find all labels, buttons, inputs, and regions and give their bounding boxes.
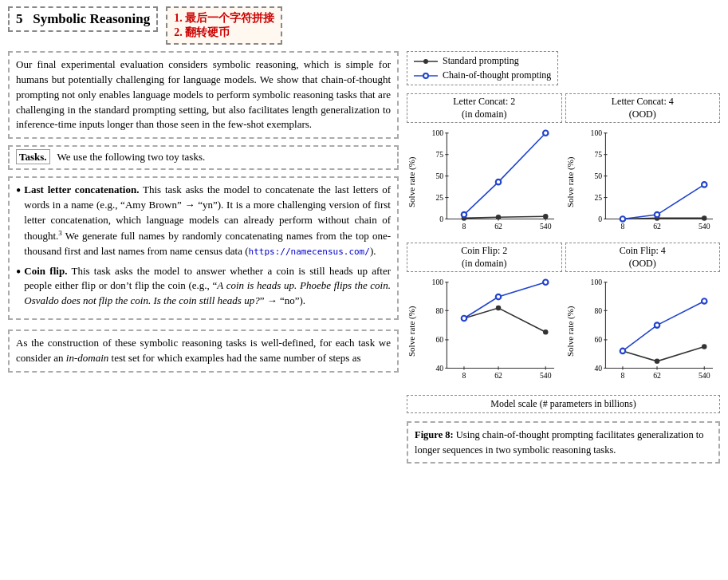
svg-text:62: 62 xyxy=(653,223,661,231)
legend-standard: Standard prompting xyxy=(414,55,551,67)
svg-point-1 xyxy=(423,59,428,64)
svg-text:540: 540 xyxy=(698,372,710,381)
svg-text:540: 540 xyxy=(698,223,710,231)
svg-text:60: 60 xyxy=(435,336,443,345)
svg-text:40: 40 xyxy=(594,364,602,373)
y-axis-label-lc2: Solve rate (%) xyxy=(407,124,416,239)
bullet-list: • Last letter concatenation. This task a… xyxy=(8,176,399,320)
svg-text:40: 40 xyxy=(435,364,443,373)
chart-lc2-title: Letter Concat: 2 xyxy=(453,96,515,107)
svg-point-26 xyxy=(496,180,501,184)
bullet-text-2: Coin flip. This task asks the model to a… xyxy=(24,264,391,310)
bullet-item-1: • Last letter concatenation. This task a… xyxy=(16,183,391,259)
task-item-2: 2. 翻转硬币 xyxy=(174,26,274,40)
svg-text:25: 25 xyxy=(594,193,602,202)
bullet-item-2: • Coin flip. This task asks the model to… xyxy=(16,264,391,310)
svg-text:100: 100 xyxy=(432,278,444,286)
chart-lc2-subtitle: (in domain) xyxy=(462,109,506,120)
chart-coin-flip-4: Coin Flip: 4 (OOD) Solve rate (%) 40 60 … xyxy=(565,243,721,389)
chart-coin-flip-2: Coin Flip: 2 (in domain) Solve rate (%) … xyxy=(407,243,562,389)
chart-lc4-title: Letter Concat: 4 xyxy=(612,96,674,107)
bullet-dot-1: • xyxy=(16,183,21,259)
chart-svg-lc2: 0 25 50 75 100 8 xyxy=(418,124,562,236)
bullet1-link[interactable]: https://namecensus.com/ xyxy=(249,247,370,257)
svg-text:0: 0 xyxy=(439,215,443,223)
legend-cot-label: Chain-of-thought prompting xyxy=(443,69,551,81)
svg-point-91 xyxy=(654,359,659,364)
svg-wrapper-cf2: 40 60 80 100 8 62 540 xyxy=(418,274,562,389)
legend-cot: Chain-of-thought prompting xyxy=(414,69,551,81)
svg-point-48 xyxy=(702,215,706,220)
page-container: 5 Symbolic Reasoning 1. 最后一个字符拼接 2. 翻转硬币… xyxy=(0,0,728,470)
svg-text:80: 80 xyxy=(435,306,443,315)
svg-text:8: 8 xyxy=(462,223,466,231)
header-row: 5 Symbolic Reasoning 1. 最后一个字符拼接 2. 翻转硬币 xyxy=(8,6,720,45)
tasks-text: We use the following two toy tasks. xyxy=(57,151,206,163)
svg-point-50 xyxy=(654,212,659,217)
chart-area-lc2: Solve rate (%) 0 25 50 75 xyxy=(407,124,562,239)
figure-caption-text: Using chain-of-thought prompting facilit… xyxy=(415,429,704,455)
left-column: Our final experimental evaluation consid… xyxy=(8,51,399,464)
svg-wrapper-lc2: 0 25 50 75 100 8 xyxy=(418,124,562,239)
chart-title-cf2: Coin Flip: 2 (in domain) xyxy=(407,243,562,272)
chart-area-cf2: Solve rate (%) 40 60 80 100 xyxy=(407,274,562,389)
chart-title-cf4: Coin Flip: 4 (OOD) xyxy=(565,243,721,272)
chart-svg-cf2: 40 60 80 100 8 62 540 xyxy=(418,274,562,385)
svg-point-92 xyxy=(702,345,706,349)
section-heading: Symbolic Reasoning xyxy=(33,11,150,26)
svg-point-51 xyxy=(702,182,706,187)
svg-point-25 xyxy=(462,212,466,217)
svg-text:8: 8 xyxy=(620,372,624,381)
svg-point-72 xyxy=(496,294,501,299)
model-scale-label: Model scale (# parameters in billions) xyxy=(407,395,720,413)
svg-text:60: 60 xyxy=(594,336,602,345)
tasks-intro-block: Tasks. We use the following two toy task… xyxy=(8,145,399,170)
svg-point-71 xyxy=(462,316,466,321)
svg-text:50: 50 xyxy=(594,172,602,180)
intro-paragraph: Our final experimental evaluation consid… xyxy=(8,51,399,139)
bottom-italic: in-domain xyxy=(66,352,108,364)
svg-text:62: 62 xyxy=(653,372,661,381)
svg-point-3 xyxy=(423,73,428,78)
section-title: 5 Symbolic Reasoning xyxy=(8,6,158,32)
svg-text:75: 75 xyxy=(594,150,602,159)
svg-point-24 xyxy=(543,214,548,219)
svg-point-49 xyxy=(620,216,624,221)
chart-cf2-subtitle: (in domain) xyxy=(462,258,506,269)
svg-text:8: 8 xyxy=(462,372,466,381)
bullet1-title: Last letter concatenation. xyxy=(24,183,139,195)
chart-letter-concat-4: Letter Concat: 4 (OOD) Solve rate (%) 0 … xyxy=(565,93,721,239)
svg-text:540: 540 xyxy=(540,223,552,231)
svg-text:80: 80 xyxy=(594,306,602,315)
svg-text:100: 100 xyxy=(432,128,444,137)
bullet-text-1: Last letter concatenation. This task ask… xyxy=(24,183,391,259)
chart-cf2-title: Coin Flip: 2 xyxy=(461,245,507,256)
y-axis-label-lc4: Solve rate (%) xyxy=(565,124,575,239)
figure-caption: Figure 8: Using chain-of-thought prompti… xyxy=(407,421,720,463)
svg-text:8: 8 xyxy=(620,223,624,231)
bottom-text-block: As the construction of these symbolic re… xyxy=(8,329,399,373)
svg-point-69 xyxy=(496,306,501,310)
svg-point-70 xyxy=(543,329,548,334)
task-item-1: 1. 最后一个字符拼接 xyxy=(174,11,274,26)
legend-standard-label: Standard prompting xyxy=(443,55,519,67)
chart-area-lc4: Solve rate (%) 0 25 50 75 100 xyxy=(565,124,721,239)
svg-wrapper-cf4: 40 60 80 100 8 62 540 xyxy=(576,274,721,389)
bullet1-body3: ). xyxy=(370,245,376,257)
y-axis-label-cf2: Solve rate (%) xyxy=(407,274,416,389)
legend-box: Standard prompting Chain-of-thought prom… xyxy=(407,51,558,85)
bottom-text-post: test set for which examples had the same… xyxy=(108,352,360,364)
figure-label: Figure 8: xyxy=(415,429,454,440)
section-number: 5 xyxy=(16,11,23,26)
right-column: Standard prompting Chain-of-thought prom… xyxy=(407,51,720,464)
bullet1-footnote: 3 xyxy=(58,229,62,237)
charts-grid: Letter Concat: 2 (in domain) Solve rate … xyxy=(407,93,720,389)
tasks-label: Tasks. xyxy=(16,149,50,164)
tasks-annotation-box: 1. 最后一个字符拼接 2. 翻转硬币 xyxy=(166,6,282,45)
cot-line-icon xyxy=(414,71,438,81)
chart-cf4-subtitle: (OOD) xyxy=(629,258,656,269)
bullet2-title: Coin flip. xyxy=(24,265,67,277)
chart-letter-concat-2: Letter Concat: 2 (in domain) Solve rate … xyxy=(407,93,562,239)
chart-lc4-subtitle: (OOD) xyxy=(629,109,656,120)
svg-text:75: 75 xyxy=(435,150,443,159)
